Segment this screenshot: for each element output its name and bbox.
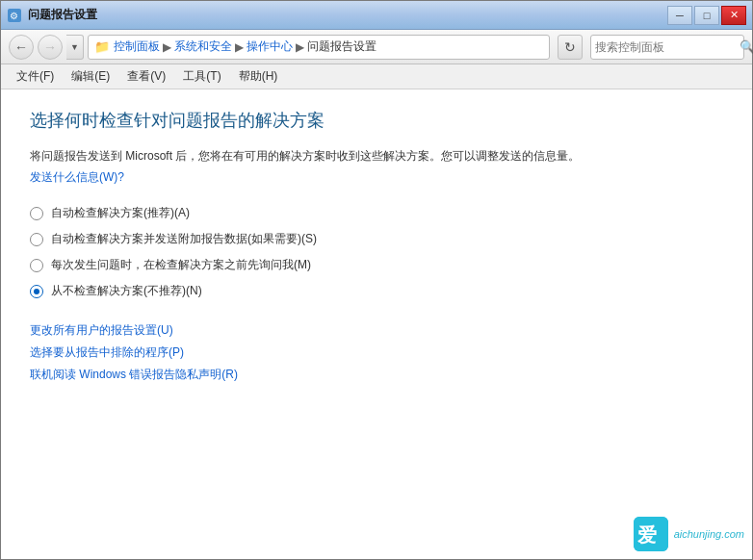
title-text: 问题报告设置	[28, 7, 97, 23]
radio-option-1[interactable]: 自动检查解决方案并发送附加报告数据(如果需要)(S)	[30, 231, 723, 247]
breadcrumb-sep-1: ▶	[235, 40, 244, 54]
radio-circle-2[interactable]	[30, 259, 43, 272]
watermark-text: aichunjing.com	[674, 528, 744, 540]
bottom-links: 更改所有用户的报告设置(U) 选择要从报告中排除的程序(P) 联机阅读 Wind…	[30, 322, 723, 383]
options-group: 自动检查解决方案(推荐)(A) 自动检查解决方案并发送附加报告数据(如果需要)(…	[30, 205, 723, 299]
breadcrumb-sep-2: ▶	[296, 40, 304, 54]
back-button[interactable]: ←	[9, 35, 34, 60]
close-button[interactable]: ✕	[721, 6, 746, 25]
send-info-link[interactable]: 发送什么信息(W)?	[30, 169, 723, 186]
privacy-statement-link[interactable]: 联机阅读 Windows 错误报告隐私声明(R)	[30, 367, 723, 383]
radio-label-2: 每次发生问题时，在检查解决方案之前先询问我(M)	[51, 257, 311, 273]
menu-edit[interactable]: 编辑(E)	[64, 65, 117, 88]
description-text: 将问题报告发送到 Microsoft 后，您将在有可用的解决方案时收到这些解决方…	[30, 147, 723, 165]
breadcrumb-item-1[interactable]: 系统和安全	[174, 38, 232, 55]
menu-tools[interactable]: 工具(T)	[175, 65, 228, 88]
watermark-logo: 爱	[634, 517, 668, 551]
main-window: ⚙ 问题报告设置 ─ □ ✕ ← → ▼ 📁 控制面板 ▶ 系统和安全 ▶ 操作…	[0, 0, 753, 560]
title-controls: ─ □ ✕	[667, 6, 746, 25]
maximize-button[interactable]: □	[694, 6, 719, 25]
breadcrumb-bar: 📁 控制面板 ▶ 系统和安全 ▶ 操作中心 ▶ 问题报告设置	[88, 35, 550, 60]
search-input[interactable]	[595, 40, 740, 54]
watermark-site: aichunjing.com	[674, 528, 744, 540]
title-bar: ⚙ 问题报告设置 ─ □ ✕	[1, 1, 752, 30]
history-dropdown-button[interactable]: ▼	[66, 35, 84, 60]
refresh-button[interactable]: ↻	[558, 35, 583, 60]
exclude-programs-link[interactable]: 选择要从报告中排除的程序(P)	[30, 344, 723, 361]
menu-bar: 文件(F) 编辑(E) 查看(V) 工具(T) 帮助(H)	[1, 64, 752, 89]
change-all-users-link[interactable]: 更改所有用户的报告设置(U)	[30, 322, 723, 339]
breadcrumb-item-3: 问题报告设置	[307, 38, 376, 55]
main-content: 选择何时检查针对问题报告的解决方案 将问题报告发送到 Microsoft 后，您…	[1, 89, 752, 559]
radio-circle-3[interactable]	[30, 285, 43, 298]
menu-help[interactable]: 帮助(H)	[231, 65, 286, 88]
breadcrumb-item-2[interactable]: 操作中心	[247, 38, 293, 55]
menu-file[interactable]: 文件(F)	[9, 65, 62, 88]
breadcrumb-item-0[interactable]: 控制面板	[114, 38, 160, 55]
radio-option-0[interactable]: 自动检查解决方案(推荐)(A)	[30, 205, 723, 221]
breadcrumb-sep-0: ▶	[163, 40, 171, 54]
forward-button[interactable]: →	[38, 35, 63, 60]
radio-label-0: 自动检查解决方案(推荐)(A)	[51, 205, 190, 221]
radio-option-2[interactable]: 每次发生问题时，在检查解决方案之前先询问我(M)	[30, 257, 723, 273]
svg-text:爱: 爱	[637, 524, 657, 546]
search-box: 🔍	[590, 35, 744, 60]
radio-option-3[interactable]: 从不检查解决方案(不推荐)(N)	[30, 283, 723, 299]
svg-text:⚙: ⚙	[10, 11, 18, 21]
nav-bar: ← → ▼ 📁 控制面板 ▶ 系统和安全 ▶ 操作中心 ▶ 问题报告设置 ↻ 🔍	[1, 30, 752, 64]
search-icon[interactable]: 🔍	[740, 39, 753, 54]
menu-view[interactable]: 查看(V)	[119, 65, 173, 88]
window-icon: ⚙	[7, 8, 22, 23]
title-bar-left: ⚙ 问题报告设置	[7, 7, 97, 23]
radio-label-3: 从不检查解决方案(不推荐)(N)	[51, 283, 202, 299]
radio-circle-1[interactable]	[30, 233, 43, 246]
minimize-button[interactable]: ─	[667, 6, 692, 25]
radio-label-1: 自动检查解决方案并发送附加报告数据(如果需要)(S)	[51, 231, 317, 247]
page-title: 选择何时检查针对问题报告的解决方案	[30, 109, 723, 132]
radio-circle-0[interactable]	[30, 207, 43, 220]
watermark: 爱 aichunjing.com	[634, 517, 744, 551]
folder-icon: 📁	[94, 39, 110, 54]
